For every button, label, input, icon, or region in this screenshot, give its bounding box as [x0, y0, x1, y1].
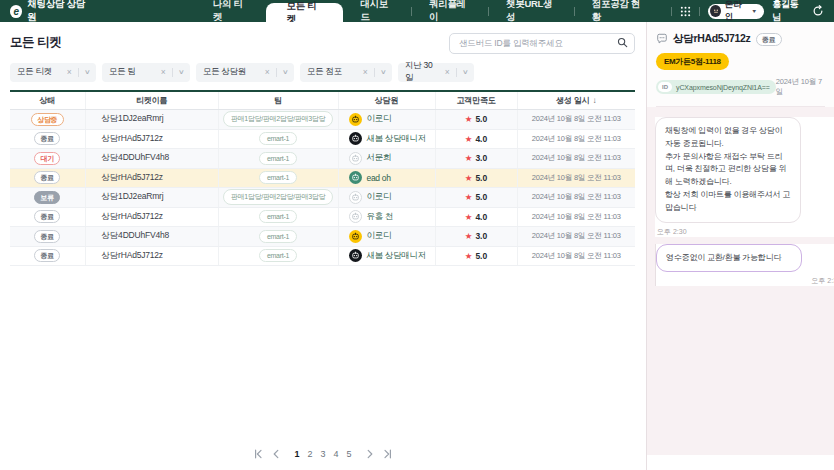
app-window: e 채팅상담 상담원 나의 티켓모든 티켓대시보드쿼리플레이챗봇URL생성점포공… [0, 0, 834, 470]
search-input[interactable] [449, 33, 635, 54]
agent-name: 서문희 [367, 152, 392, 164]
brand-label: 채팅상담 상담원 [27, 0, 90, 24]
agent-avatar-icon [349, 210, 362, 223]
star-icon: ★ [465, 231, 473, 241]
filter-label: 모든 팀 [109, 66, 155, 78]
header-created[interactable]: 생성 일시↓ [517, 91, 635, 110]
agent-status-dropdown[interactable]: 온라인 ▼ [708, 4, 764, 19]
nav-divider [671, 7, 672, 16]
nav-tab-4[interactable]: 쿼리플레이 [412, 0, 488, 22]
pagination: 12345 [0, 449, 646, 459]
page-number-5[interactable]: 5 [347, 449, 352, 459]
cell-rating: ★5.0 [435, 168, 517, 188]
filter-chip-5[interactable]: 지난 30일×∨ [398, 63, 474, 82]
next-page-icon[interactable] [365, 449, 375, 459]
team-pill: emart-1 [259, 171, 297, 184]
agent-avatar-icon [349, 113, 362, 126]
created-at: 2024년 10월 8일 오전 11:03 [517, 168, 635, 188]
cell-agent: 유홍 천 [338, 207, 435, 227]
cell-team: emart-1 [218, 246, 338, 266]
status-badge: 대기 [34, 152, 60, 165]
nav-right: 온라인 ▼ 홍길동님 [661, 0, 834, 22]
team-pill: 판매1담당/판매2담당/판매3담당 [223, 189, 333, 205]
created-at: 2024년 10월 8일 오전 11:03 [517, 207, 635, 227]
cell-rating: ★5.0 [435, 246, 517, 266]
chip-divider [172, 68, 173, 77]
status-badge: 종료 [34, 132, 60, 145]
chat-transcript: 채팅창에 입력이 없을 경우 상담이 자동 종료됩니다. 추가 문의사항은 재접… [647, 107, 834, 455]
table-row[interactable]: 종료상담rHAd5J712zemart-1새봄 상담매니저★5.02024년 1… [10, 246, 635, 266]
nav-tab-2[interactable]: 모든 티켓 [266, 3, 344, 22]
chevron-down-icon[interactable]: ∨ [84, 68, 90, 76]
ticket-name: 상담1DJ2eaRmrj [85, 188, 218, 208]
table-row[interactable]: 종료상담4DDUhFV4h8emart-1이로디★3.02024년 10월 8일… [10, 227, 635, 247]
clear-filter-icon[interactable]: × [363, 68, 368, 77]
filter-chip-2[interactable]: 모든 팀×∨ [102, 63, 190, 82]
nav-divider [699, 7, 700, 16]
rating-value: 5.0 [475, 192, 487, 202]
nav-tab-5[interactable]: 챗봇URL생성 [489, 0, 574, 22]
status-badge: 상담중 [31, 113, 64, 126]
nav-tab-1[interactable]: 나의 티켓 [196, 0, 266, 22]
filter-chip-4[interactable]: 모든 점포×∨ [300, 63, 392, 82]
header-ticket-name: 티켓이름 [85, 91, 218, 110]
chip-divider [276, 68, 277, 77]
detail-id-row: ID yCXapxmesoNjDeynqZNl1A== 2024년 10월 7일 [656, 77, 825, 107]
sendbird-id-pill[interactable]: ID yCXapxmesoNjDeynqZNl1A== [656, 80, 776, 94]
page-number-1[interactable]: 1 [294, 449, 299, 459]
cell-agent: 서문희 [338, 149, 435, 169]
table-row[interactable]: 종료상담rHAd5J712zemart-1새봄 상담매니저★4.02024년 1… [10, 129, 635, 149]
cell-agent: 새봄 상담매니저 [338, 129, 435, 149]
detail-header: 상담rHAd5J712z 종료 EM가든5점-1118 ID yCXapxmes… [647, 22, 834, 107]
cell-status: 종료 [10, 227, 85, 247]
table-row[interactable]: 종료상담rHAd5J712zemart-1유홍 천★4.02024년 10월 8… [10, 207, 635, 227]
clear-filter-icon[interactable]: × [445, 68, 450, 77]
nav-tab-3[interactable]: 대시보드 [343, 0, 411, 22]
prev-page-icon[interactable] [271, 449, 281, 459]
ticket-name: 상담rHAd5J712z [85, 207, 218, 227]
clear-filter-icon[interactable]: × [67, 68, 72, 77]
agent-name: 새봄 상담매니저 [367, 133, 426, 145]
star-icon: ★ [465, 212, 473, 222]
cell-status: 대기 [10, 149, 85, 169]
search-icon[interactable] [617, 37, 628, 48]
cell-status: 종료 [10, 207, 85, 227]
first-page-icon[interactable] [253, 449, 263, 459]
cell-status: 보류 [10, 188, 85, 208]
agent-avatar-icon [349, 152, 362, 165]
table-row[interactable]: 종료상담rHAd5J712zemart-1ead oh★5.02024년 10월… [10, 168, 635, 188]
created-at: 2024년 10월 8일 오전 11:03 [517, 246, 635, 266]
rating-value: 5.0 [475, 173, 487, 183]
chevron-down-icon[interactable]: ∨ [380, 68, 386, 76]
page-number-4[interactable]: 4 [334, 449, 339, 459]
filter-chip-3[interactable]: 모든 상담원×∨ [196, 63, 294, 82]
table-row[interactable]: 대기상담4DDUhFV4h8emart-1서문희★3.02024년 10월 8일… [10, 149, 635, 169]
filter-chip-1[interactable]: 모든 티켓×∨ [10, 63, 96, 82]
agent-name: 이로디 [367, 191, 392, 203]
rating-value: 5.0 [475, 251, 487, 261]
table-row[interactable]: 보류상담1DJ2eaRmrj판매1담당/판매2담당/판매3담당이로디★5.020… [10, 188, 635, 208]
logout-icon[interactable] [812, 5, 824, 17]
page-number-2[interactable]: 2 [307, 449, 312, 459]
sort-desc-icon[interactable]: ↓ [592, 96, 596, 105]
last-page-icon[interactable] [383, 449, 393, 459]
chevron-down-icon[interactable]: ∨ [282, 68, 288, 76]
header-agent: 상담원 [338, 91, 435, 110]
table-row[interactable]: 상담중상담1DJ2eaRmrj판매1담당/판매2담당/판매3담당이로디★5.02… [10, 110, 635, 130]
star-icon: ★ [465, 134, 473, 144]
brand[interactable]: e 채팅상담 상담원 [0, 0, 101, 22]
chevron-down-icon[interactable]: ∨ [462, 68, 468, 76]
agent: 이로디 [349, 191, 435, 204]
chevron-down-icon[interactable]: ∨ [178, 68, 184, 76]
cell-agent: ead oh [338, 168, 435, 188]
page-number-3[interactable]: 3 [320, 449, 325, 459]
status-badge: 종료 [34, 249, 60, 262]
nav-tab-6[interactable]: 점포공감 현황 [575, 0, 662, 22]
apps-grid-icon[interactable] [680, 6, 691, 17]
cell-status: 종료 [10, 168, 85, 188]
clear-filter-icon[interactable]: × [161, 68, 166, 77]
created-at: 2024년 10월 8일 오전 11:03 [517, 188, 635, 208]
clear-filter-icon[interactable]: × [265, 68, 270, 77]
chat-input-area[interactable] [647, 455, 834, 470]
filter-label: 모든 상담원 [203, 66, 259, 78]
